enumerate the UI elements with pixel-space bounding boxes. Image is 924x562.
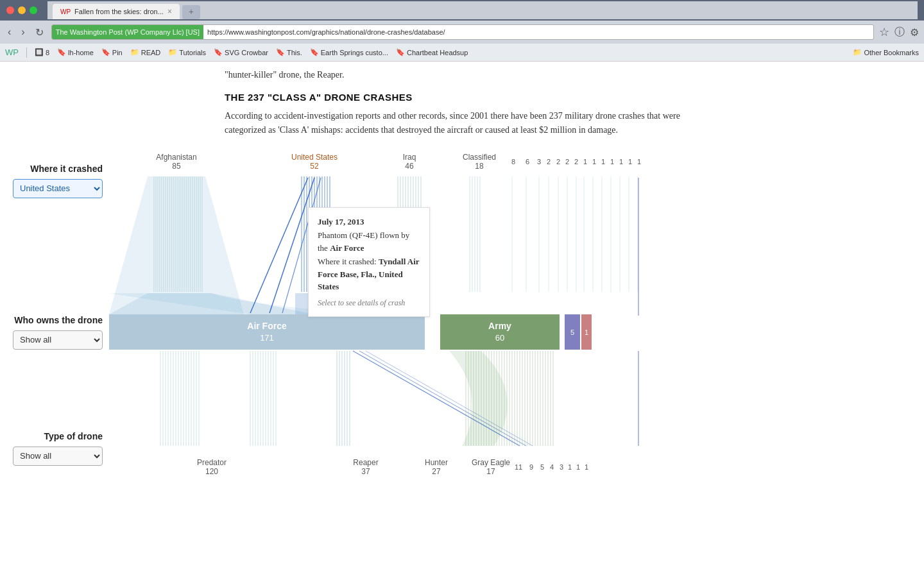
bookmark-tutorials[interactable]: 📁 Tutorials	[168, 48, 206, 56]
bottom-count-9: 9	[529, 463, 533, 471]
forward-button[interactable]: ›	[19, 25, 27, 39]
axis-count-2a: 2	[547, 158, 551, 166]
tab-title: Fallen from the skies: dron...	[74, 8, 164, 15]
axis-count-iraq: 46	[405, 162, 414, 171]
lines-classified	[470, 176, 480, 292]
bookmark-earth[interactable]: 🔖 Earth Springs custo...	[310, 48, 388, 56]
axis-count-1a: 1	[583, 158, 587, 166]
address-bar-row: ‹ › ↻ The Washington Post (WP Company Ll…	[0, 21, 924, 44]
who-owns-label: Who owns the drone	[13, 315, 103, 325]
reload-button[interactable]: ↻	[33, 25, 46, 40]
bottom-count-1c: 1	[585, 463, 588, 471]
axis-count-2b: 2	[556, 158, 560, 166]
where-crashed-filter: Where it crashed United States Afghanist…	[13, 164, 103, 174]
axis-count-2c: 2	[565, 158, 569, 166]
axis-count-afghanistan: 85	[172, 162, 181, 171]
page-content: "hunter-killer" drone, the Reaper. THE 2…	[0, 62, 924, 562]
intro-text: "hunter-killer" drone, the Reaper.	[225, 68, 699, 81]
bookmark-label: Other Bookmarks	[864, 49, 919, 56]
main-chart-svg: Afghanistan 85 United States 52 Iraq 46 …	[109, 151, 898, 562]
bookmark-other[interactable]: 📁 Other Bookmarks	[853, 48, 919, 56]
bookmark-label: Tutorials	[179, 49, 206, 56]
bar-air-force-label: Air Force	[247, 321, 287, 331]
bottom-label-reaper: Reaper	[353, 458, 378, 467]
type-drone-select[interactable]: Show all Predator Reaper	[13, 447, 103, 466]
bookmark-star-icon[interactable]: ☆	[879, 25, 889, 39]
lines-bottom-predator	[160, 351, 199, 446]
bar-army-count: 60	[495, 333, 504, 343]
axis-count-6: 6	[526, 158, 529, 166]
info-icon[interactable]: ⓘ	[894, 26, 905, 39]
maximize-button[interactable]	[30, 6, 37, 14]
where-crashed-label: Where it crashed	[13, 164, 103, 174]
bottom-label-grayeagle: Gray Eagle	[472, 458, 510, 467]
lines-bottom-reaper	[337, 351, 350, 446]
flow-army-hunter	[449, 351, 508, 446]
folder-icon: 📁	[168, 48, 177, 56]
bar-army[interactable]	[440, 314, 560, 350]
bookmark-lh-home[interactable]: 🔖 lh-home	[57, 48, 94, 56]
tooltip-location-prefix: Where it crashed:	[318, 257, 379, 266]
axis-count-2d: 2	[574, 158, 578, 166]
where-crashed-select[interactable]: United States Afghanistan Iraq Show all	[13, 179, 103, 198]
viz-container: Where it crashed United States Afghanist…	[0, 151, 924, 562]
highlight-line-1	[250, 178, 308, 313]
tooltip-date: July 17, 2013	[318, 216, 420, 228]
bookmark-label: This.	[287, 49, 302, 56]
crash-tooltip[interactable]: July 17, 2013 Phantom (QF-4E) flown by t…	[308, 207, 430, 317]
axis-count-1e: 1	[619, 158, 623, 166]
tooltip-hint: Select to see details of crash	[318, 297, 420, 309]
axis-label-afghanistan: Afghanistan	[156, 153, 196, 162]
tab-close-icon[interactable]: ×	[167, 7, 172, 16]
lines-small	[512, 176, 638, 292]
axis-count-3a: 3	[537, 158, 541, 166]
bookmark-label: SVG Crowbar	[225, 49, 268, 56]
bookmark-this[interactable]: 🔖 This.	[276, 48, 302, 56]
axis-label-iraq: Iraq	[403, 153, 416, 162]
who-owns-select[interactable]: Show all Air Force Army	[13, 330, 103, 350]
address-bar[interactable]: The Washington Post (WP Company Llc) [US…	[51, 24, 874, 40]
folder-icon: 📁	[853, 48, 862, 56]
left-controls: Where it crashed United States Afghanist…	[0, 151, 109, 562]
bookmark-read[interactable]: 📁 READ	[130, 48, 161, 56]
bookmark-icon: 🔖	[310, 48, 319, 56]
bottom-count-11: 11	[515, 463, 522, 471]
bar-air-force-count: 171	[260, 333, 274, 343]
active-tab[interactable]: WP Fallen from the skies: dron... ×	[53, 4, 180, 19]
article-section: "hunter-killer" drone, the Reaper. THE 2…	[212, 62, 712, 138]
address-url: https://www.washingtonpost.com/graphics/…	[203, 28, 449, 36]
settings-icon[interactable]: ⚙	[910, 26, 919, 38]
bar-air-force[interactable]	[109, 314, 425, 350]
type-drone-label: Type of drone	[13, 431, 103, 441]
axis-count-1d: 1	[610, 158, 614, 166]
who-owns-filter: Who owns the drone Show all Air Force Ar…	[13, 315, 103, 325]
bookmarks-bar: WP 🔲 8 🔖 lh-home 🔖 Pin 📁 READ 📁 Tutorial…	[0, 44, 924, 62]
bar-army-label: Army	[488, 321, 511, 331]
bottom-count-hunter: 27	[432, 467, 441, 476]
divider	[26, 47, 27, 58]
close-button[interactable]	[6, 6, 14, 14]
bottom-count-4: 4	[550, 463, 554, 471]
bookmark-label: Chartbeat Headsup	[407, 49, 468, 56]
bookmark-label: Pin	[112, 49, 123, 56]
bar-small-1-count: 5	[570, 328, 574, 336]
bottom-count-3: 3	[560, 463, 563, 471]
axis-label-us: United States	[291, 153, 338, 162]
bookmark-svg[interactable]: 🔖 SVG Crowbar	[214, 48, 268, 56]
back-button[interactable]: ‹	[5, 25, 13, 39]
bookmark-pin[interactable]: 🔖 Pin	[101, 48, 123, 56]
article-body: According to accident-investigation repo…	[225, 109, 699, 138]
bookmark-label: READ	[141, 49, 161, 56]
axis-count-us: 52	[310, 162, 319, 171]
bookmark-label: lh-home	[68, 49, 94, 56]
cross-line-3	[366, 351, 533, 446]
axis-count-1g: 1	[637, 158, 641, 166]
bookmark-icon: 🔖	[396, 48, 405, 56]
bookmark-icon: 🔖	[276, 48, 285, 56]
type-drone-filter: Type of drone Show all Predator Reaper	[13, 431, 103, 441]
new-tab-button[interactable]: +	[182, 5, 200, 19]
minimize-button[interactable]	[18, 6, 26, 14]
tooltip-owner: Air Force	[330, 243, 364, 253]
bookmark-chartbeat[interactable]: 🔖 Chartbeat Headsup	[396, 48, 468, 56]
bottom-count-reaper: 37	[361, 467, 370, 476]
